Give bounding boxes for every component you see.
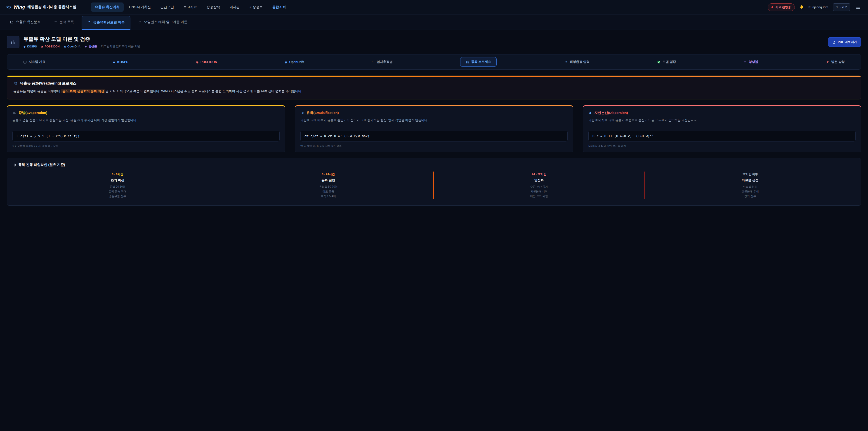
stage-details: 유화율 50-70% 점도 급증 체적 1.5-4배 <box>226 184 431 199</box>
diamond-icon: ◆ <box>113 61 115 63</box>
stage-time: 24 - 72시간 <box>437 173 642 176</box>
card-caption: x_i: 성분별 몰분율 / k_ei: 증발 속도상수 <box>12 145 280 148</box>
grid-icon <box>13 82 18 86</box>
circle-icon <box>138 20 142 24</box>
user-name: Eunjeong Kim <box>809 5 828 9</box>
card-title-row: 자연분산(Dispersion) <box>588 111 856 115</box>
card-title-row: 증발(Evaporation) <box>12 111 280 115</box>
card-dispersion: 자연분산(Dispersion) 파랑 에너지에 의해 유류가 수중으로 분산되… <box>583 105 861 152</box>
nav-item-weather-info[interactable]: 기상정보 <box>245 2 267 12</box>
clock-icon <box>12 163 16 167</box>
stage-name: 유화 진행 <box>226 178 431 182</box>
section-tab-opendrift[interactable]: ◉ OpenDrift <box>285 60 304 64</box>
chart-line-icon <box>10 20 13 24</box>
section-tab-particle-tracking[interactable]: 입자추적법 <box>371 60 393 64</box>
card-caption: W_c: 함수율 / K_em: 유화 속도상수 <box>301 145 567 148</box>
logo-text: Wing <box>13 4 25 10</box>
top-navbar: Wing 해양환경 위기대응 통합시스템 유출유 확산예측 HNS·대기확산 긴… <box>0 0 868 14</box>
incident-status-badge[interactable]: 사고 진행중 <box>768 3 795 11</box>
stage-details: 수중 분산 증가 자연분해 시작 해안 표착 위험 <box>437 184 642 199</box>
subtab-spill-analysis[interactable]: 유출유 확산분석 <box>4 14 46 30</box>
page-subtitle: 라그랑지안 입자추적 이론 기반 <box>101 44 140 49</box>
nav-item-board[interactable]: 게시판 <box>225 2 244 12</box>
section-tab-marine-environment-input[interactable]: 해양환경 입력 <box>564 60 590 64</box>
badge-ensemble: 앙상블 <box>85 44 97 49</box>
page-title: 유출유 확산 모델 이론 및 검증 <box>24 36 140 42</box>
section-tab-kosps[interactable]: ◆ KOSPS <box>113 60 128 64</box>
section-tab-ensemble[interactable]: 앙상블 <box>743 60 758 64</box>
model-badge-row: ◆ KOSPS ◉ POSEIDON ◉ OpenDrift 앙상블 <box>24 44 140 49</box>
subtab-analysis-list[interactable]: 분석 목록 <box>48 14 79 30</box>
evaporation-formula: F_e(t) = ∑ x_i·(1 - e^(-k_ei·t)) <box>12 131 280 142</box>
timeline-title-row: 풍화 진행 타임라인 (원유 기준) <box>12 163 856 167</box>
main-nav: 유출유 확산예측 HNS·대기확산 긴급구난 보고자료 항공탐색 게시판 기상정… <box>91 2 290 12</box>
card-description: 유류의 경질 성분이 대기로 증발하는 과정. 유출 초기 수시간 내에 가장 … <box>12 118 280 127</box>
card-evaporation: 증발(Evaporation) 유류의 경질 성분이 대기로 증발하는 과정. … <box>7 105 285 152</box>
ring-dot-icon: ◉ <box>41 45 43 48</box>
process-card-grid: 증발(Evaporation) 유류의 경질 성분이 대기로 증발하는 과정. … <box>7 105 861 152</box>
dispersion-formula: D_r = 0.11·(U_w+U_c)²·(1+U_w)⁻¹ <box>588 131 856 142</box>
timeline-stage-stabilization: 24 - 72시간 안정화 수중 분산 증가 자연분해 시작 해안 표착 위험 <box>434 172 645 199</box>
section-tab-bar: 시스템 개요 ◆ KOSPS ◉ POSEIDON ◉ OpenDrift 입자… <box>7 54 861 70</box>
weathering-banner-title-row: 유출유 풍화(Weathering) 프로세스 <box>13 81 855 86</box>
timeline-grid: 0 - 6시간 초기 확산 증발 20-30% 유막 급속 확대 중질유분 잔류… <box>12 172 856 199</box>
section-tab-future-direction[interactable]: 발전 방향 <box>826 60 845 64</box>
subtab-oil-fence-algorithm[interactable]: 오일펜스 배치 알고리즘 이론 <box>133 14 193 30</box>
badge-poseidon: ◉ POSEIDON <box>41 45 59 48</box>
nav-item-reports[interactable]: 보고자료 <box>179 2 201 12</box>
alert-dot-icon <box>772 6 773 8</box>
section-tab-weathering-process[interactable]: 풍화 프로세스 <box>460 57 497 67</box>
nav-item-integrated-search[interactable]: 통합조회 <box>268 2 290 12</box>
grid-icon <box>466 60 469 64</box>
weathering-banner: 유출유 풍화(Weathering) 프로세스 유출유는 해면에 유출된 직후부… <box>7 75 861 99</box>
stage-time: 72시간 이후 <box>648 173 853 176</box>
hamburger-menu-button[interactable] <box>855 4 862 10</box>
page-icon-box <box>7 36 20 49</box>
nav-item-oil-spill-forecast[interactable]: 유출유 확산예측 <box>91 2 124 12</box>
app-logo[interactable]: Wing 해양환경 위기대응 통합시스템 <box>6 4 76 10</box>
stage-details: 증발 20-30% 유막 급속 확대 중질유분 잔류 <box>15 184 220 199</box>
emulsification-formula: dW_c/dt = K_em·U_w²·(1-W_c/W_max) <box>301 131 567 142</box>
badge-kosps: ◆ KOSPS <box>24 45 37 48</box>
list-icon <box>54 20 57 24</box>
nav-item-aerial-search[interactable]: 항공탐색 <box>202 2 224 12</box>
section-tab-model-validation[interactable]: 모델 검증 <box>657 60 676 64</box>
weathering-timeline: 풍화 진행 타임라인 (원유 기준) 0 - 6시간 초기 확산 증발 20-3… <box>7 158 861 206</box>
document-icon <box>87 21 91 24</box>
check-square-icon <box>657 60 660 64</box>
rocket-icon <box>826 60 829 64</box>
sub-navbar: 유출유 확산분석 분석 목록 유출유확산모델 이론 오일펜스 배치 알고리즘 이… <box>0 14 868 30</box>
section-tab-poseidon[interactable]: ◉ POSEIDON <box>196 60 217 64</box>
monitor-icon <box>23 60 27 64</box>
stage-time: 0 - 6시간 <box>15 173 220 176</box>
section-tab-system-overview[interactable]: 시스템 개요 <box>23 60 45 64</box>
nav-item-emergency-rescue[interactable]: 긴급구난 <box>156 2 178 12</box>
ring-dot-icon: ◉ <box>64 45 66 48</box>
notification-bell-button[interactable] <box>799 5 804 9</box>
card-title-row: 유화(Emulsification) <box>301 111 567 115</box>
timeline-title: 풍화 진행 타임라인 (원유 기준) <box>18 163 65 167</box>
wave-icon <box>301 111 304 115</box>
bell-icon <box>799 5 804 9</box>
card-description: 파랑 에너지에 의해 유류가 수중으로 분산되어 유막 두께가 감소하는 과정입… <box>588 118 856 127</box>
pdf-document-icon <box>832 40 836 44</box>
compass-icon <box>371 60 375 64</box>
card-description: 파랑에 의해 해수가 유류에 혼입되어 점도가 크게 증가하는 현상. 방제 작… <box>301 118 567 127</box>
pdf-export-button[interactable]: PDF 내보내기 <box>828 37 861 47</box>
timeline-stage-initial-spread: 0 - 6시간 초기 확산 증발 20-30% 유막 급속 확대 중질유분 잔류 <box>12 172 223 199</box>
stage-details: 타르볼 형성 생물분해 우세 장기 잔류 <box>648 184 853 199</box>
logout-button[interactable]: 로그아웃 <box>833 3 850 11</box>
timeline-stage-tarball-formation: 72시간 이후 타르볼 생성 타르볼 형성 생물분해 우세 장기 잔류 <box>645 172 856 199</box>
weathering-banner-title: 유출유 풍화(Weathering) 프로세스 <box>20 81 76 86</box>
bar-chart-icon <box>10 39 16 45</box>
nav-item-hns-atmospheric[interactable]: HNS·대기확산 <box>125 2 155 12</box>
page-header: 유출유 확산 모델 이론 및 검증 ◆ KOSPS ◉ POSEIDON ◉ O… <box>7 36 861 49</box>
card-emulsification: 유화(Emulsification) 파랑에 의해 해수가 유류에 혼입되어 점… <box>295 105 573 152</box>
weathering-banner-description: 유출유는 해면에 유출된 직후부터 물리·화학·생물학적 풍화 과정을 거쳐 지… <box>13 89 855 93</box>
highlighted-phrase: 물리·화학·생물학적 풍화 과정 <box>61 89 105 93</box>
topnav-right: 사고 진행중 Eunjeong Kim 로그아웃 <box>768 3 862 11</box>
stage-name: 안정화 <box>437 178 642 182</box>
stage-time: 6 - 24시간 <box>226 173 431 176</box>
subtab-label: 분석 목록 <box>59 20 74 24</box>
subtab-diffusion-model-theory[interactable]: 유출유확산모델 이론 <box>82 16 130 30</box>
